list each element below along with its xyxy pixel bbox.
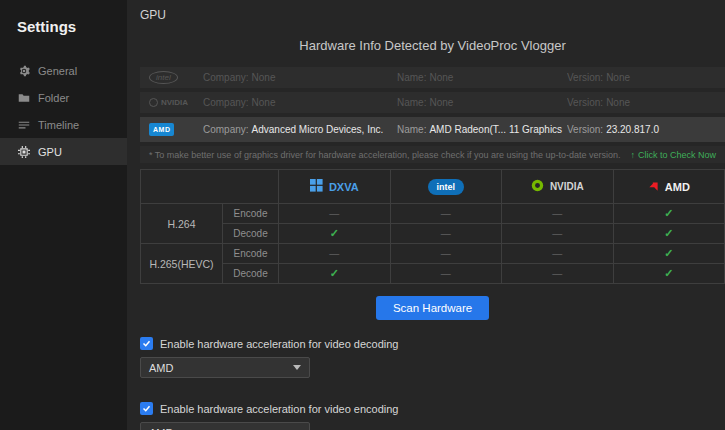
name-label: Name: — [397, 124, 426, 135]
windows-icon — [310, 178, 323, 196]
name-label: Name: — [397, 72, 426, 83]
encode-option-row: Enable hardware acceleration for video e… — [140, 402, 725, 415]
hw-cell: — — [502, 224, 614, 244]
codec-name: H.264 — [141, 204, 223, 244]
nvidia-logo-text: NVIDIA — [161, 98, 188, 107]
encode-vendor-dropdown[interactable]: AMD — [140, 422, 310, 430]
hw-cell: — — [279, 204, 391, 224]
hw-cell: ✓ — [279, 224, 391, 244]
hw-cell: — — [390, 224, 502, 244]
company-label: Company: — [203, 97, 249, 108]
nvidia-logo: NVIDIA — [149, 98, 203, 107]
dxva-label: DXVA — [329, 181, 359, 193]
gear-icon — [18, 65, 30, 77]
settings-window: Settings General Folder Timeline GPU — [0, 0, 725, 430]
sidebar-item-folder[interactable]: Folder — [0, 84, 127, 111]
device-row-intel: intel Company:None Name:None Version:Non… — [140, 67, 725, 88]
company-label: Company: — [203, 72, 249, 83]
mode-label: Encode — [223, 204, 279, 224]
decode-vendor-value: AMD — [149, 362, 173, 374]
driver-update-note: * To make better use of graphics driver … — [140, 146, 725, 163]
sidebar-item-gpu[interactable]: GPU — [0, 138, 127, 165]
amd-arrow-icon — [648, 178, 659, 196]
hw-cell: ✓ — [613, 204, 725, 224]
company-label: Company: — [203, 124, 249, 135]
chevron-down-icon — [293, 365, 301, 370]
device-row-nvidia: NVIDIA Company:None Name:None Version:No… — [140, 92, 725, 113]
sidebar-item-label: General — [38, 65, 77, 77]
up-arrow-icon: ↑ — [631, 150, 636, 160]
folder-icon — [18, 92, 30, 104]
nvidia-icon — [531, 178, 544, 196]
version-label: Version: — [567, 72, 603, 83]
amd-logo-text: AMD — [149, 123, 174, 136]
hw-cell: ✓ — [613, 244, 725, 264]
name-value: None — [429, 72, 453, 83]
hw-cell: — — [502, 264, 614, 284]
check-update-link-text: Click to Check Now — [638, 150, 716, 160]
hw-cell: ✓ — [613, 264, 725, 284]
hw-cell: — — [390, 264, 502, 284]
name-label: Name: — [397, 97, 426, 108]
gpu-settings-panel: GPU Hardware Info Detected by VideoProc … — [127, 0, 725, 430]
mode-label: Decode — [223, 224, 279, 244]
check-update-link[interactable]: ↑ Click to Check Now — [631, 150, 717, 160]
column-header-amd: AMD — [613, 170, 725, 204]
version-value: 23.20.817.0 — [606, 124, 659, 135]
intel-logo: intel — [149, 71, 203, 84]
hardware-info-title: Hardware Info Detected by VideoProc Vlog… — [140, 38, 725, 53]
sidebar-item-label: GPU — [38, 146, 62, 158]
amd-label: AMD — [665, 181, 690, 193]
table-row: Decode ✓ — — ✓ — [141, 224, 725, 244]
decode-vendor-dropdown[interactable]: AMD — [140, 357, 310, 378]
note-text: * To make better use of graphics driver … — [149, 150, 621, 160]
hw-cell: ✓ — [279, 264, 391, 284]
encode-option-label: Enable hardware acceleration for video e… — [160, 403, 399, 415]
company-value: None — [252, 97, 276, 108]
sidebar-item-label: Folder — [38, 92, 69, 104]
version-label: Version: — [567, 124, 603, 135]
hw-cell: — — [502, 244, 614, 264]
version-label: Version: — [567, 97, 603, 108]
hw-cell: — — [502, 204, 614, 224]
sidebar: Settings General Folder Timeline GPU — [0, 0, 127, 430]
hw-cell: — — [279, 244, 391, 264]
hw-cell: — — [390, 244, 502, 264]
intel-logo-text: intel — [149, 71, 178, 84]
encode-checkbox[interactable] — [140, 402, 153, 415]
decode-option-row: Enable hardware acceleration for video d… — [140, 337, 725, 350]
table-row: H.265(HEVC) Encode — — — ✓ — [141, 244, 725, 264]
mode-label: Decode — [223, 264, 279, 284]
gpu-chip-icon — [18, 146, 30, 158]
hw-cell: ✓ — [613, 224, 725, 244]
table-row: H.264 Encode — — — ✓ — [141, 204, 725, 224]
nvidia-label: NVIDIA — [550, 181, 584, 192]
sidebar-item-timeline[interactable]: Timeline — [0, 111, 127, 138]
nvidia-eye-icon — [149, 98, 158, 107]
device-row-amd: AMD Company:Advanced Micro Devices, Inc.… — [140, 117, 725, 142]
page-title: GPU — [140, 8, 725, 22]
version-value: None — [606, 72, 630, 83]
column-header-dxva: DXVA — [279, 170, 391, 204]
sidebar-item-general[interactable]: General — [0, 57, 127, 84]
table-row: Decode ✓ — — ✓ — [141, 264, 725, 284]
company-value: None — [252, 72, 276, 83]
amd-logo: AMD — [149, 123, 203, 136]
name-value: AMD Radeon(T... 11 Graphics — [429, 124, 562, 135]
company-value: Advanced Micro Devices, Inc. — [252, 124, 384, 135]
settings-title: Settings — [0, 12, 127, 57]
scan-hardware-button[interactable]: Scan Hardware — [376, 296, 489, 320]
hardware-capability-table: DXVA intel NVIDIA — [140, 169, 725, 284]
decode-option-label: Enable hardware acceleration for video d… — [160, 338, 399, 350]
intel-icon: intel — [428, 179, 465, 195]
hw-cell: — — [390, 204, 502, 224]
sidebar-item-label: Timeline — [38, 119, 79, 131]
table-corner-cell — [141, 170, 279, 204]
name-value: None — [429, 97, 453, 108]
column-header-intel: intel — [390, 170, 502, 204]
column-header-nvidia: NVIDIA — [502, 170, 614, 204]
table-header-row: DXVA intel NVIDIA — [141, 170, 725, 204]
decode-checkbox[interactable] — [140, 337, 153, 350]
codec-name: H.265(HEVC) — [141, 244, 223, 284]
timeline-icon — [18, 119, 30, 131]
